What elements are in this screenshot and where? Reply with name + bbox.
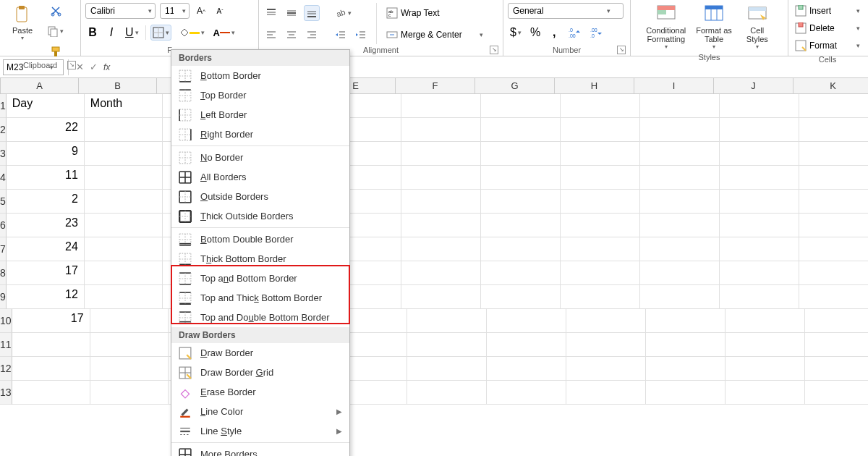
increase-decimal-button[interactable]: .0.00 — [566, 25, 583, 41]
cell[interactable] — [561, 142, 640, 166]
increase-indent-button[interactable] — [353, 27, 369, 43]
menu-item-draw[interactable]: Line Color▶ — [171, 402, 349, 421]
cell[interactable] — [726, 357, 805, 381]
menu-item-draw[interactable]: Line Style▶ — [171, 421, 349, 441]
column-header[interactable]: I — [634, 78, 714, 93]
cell[interactable]: 17 — [7, 261, 85, 285]
cell[interactable]: 11 — [7, 166, 85, 190]
align-center-button[interactable] — [284, 27, 299, 43]
cell[interactable] — [481, 214, 561, 237]
cell[interactable] — [640, 166, 720, 190]
cell[interactable] — [646, 333, 726, 357]
cell[interactable] — [85, 237, 163, 261]
cell[interactable] — [481, 142, 561, 166]
cell[interactable]: 17 — [12, 309, 90, 333]
format-painter-button[interactable] — [45, 43, 66, 59]
cell[interactable] — [726, 333, 805, 357]
cell[interactable] — [90, 309, 169, 333]
decrease-decimal-button[interactable]: .00.0 — [587, 25, 605, 41]
cell[interactable] — [799, 261, 868, 285]
column-header[interactable]: B — [79, 78, 157, 93]
cell[interactable] — [85, 214, 163, 237]
cell[interactable] — [12, 357, 90, 381]
cell[interactable] — [85, 142, 163, 166]
cell[interactable] — [85, 261, 163, 285]
cell[interactable] — [805, 309, 868, 333]
cell[interactable] — [799, 166, 868, 190]
cell[interactable] — [481, 261, 561, 285]
cell[interactable] — [566, 381, 646, 405]
cell[interactable] — [720, 94, 799, 118]
menu-item-border[interactable]: Outside Borders — [171, 187, 349, 206]
cell[interactable]: Day — [7, 94, 85, 118]
cell[interactable]: 9 — [7, 142, 85, 166]
cell[interactable] — [401, 237, 481, 261]
cell[interactable] — [646, 309, 726, 333]
cell[interactable] — [401, 214, 481, 237]
underline-button[interactable]: U▾ — [123, 25, 141, 41]
column-header[interactable]: F — [396, 78, 475, 93]
align-middle-button[interactable] — [284, 5, 299, 21]
cell[interactable] — [481, 237, 561, 261]
cell[interactable] — [561, 261, 640, 285]
menu-item-border[interactable]: No Border — [171, 148, 349, 167]
italic-button[interactable]: I — [104, 25, 119, 41]
cell[interactable] — [85, 166, 163, 190]
align-right-button[interactable] — [304, 27, 320, 43]
cell[interactable] — [640, 94, 720, 118]
cell[interactable]: 12 — [7, 285, 85, 309]
cell[interactable] — [407, 381, 487, 405]
cell[interactable] — [561, 190, 640, 214]
row-header[interactable]: 10 — [0, 309, 12, 333]
number-format-combo[interactable]: ▾ — [508, 3, 624, 19]
cell[interactable] — [487, 381, 566, 405]
cell[interactable] — [799, 190, 868, 214]
cell[interactable] — [12, 381, 90, 405]
cell[interactable] — [720, 285, 799, 309]
row-header[interactable]: 3 — [0, 142, 7, 166]
cell[interactable] — [481, 94, 561, 118]
cell[interactable] — [566, 357, 646, 381]
cell[interactable] — [566, 333, 646, 357]
cell[interactable] — [640, 190, 720, 214]
menu-item-border[interactable]: Top and Double Bottom Border — [171, 308, 349, 327]
cell[interactable] — [85, 118, 163, 142]
row-header[interactable]: 2 — [0, 118, 7, 142]
font-name-input[interactable] — [86, 6, 144, 16]
select-all-corner[interactable] — [0, 78, 1, 93]
menu-item-draw[interactable]: Draw Border — [171, 343, 349, 363]
bold-button[interactable]: B — [85, 25, 100, 41]
merge-center-button[interactable]: Merge & Center▾ — [384, 27, 485, 43]
format-as-table-button[interactable]: Format as Table▾ — [693, 3, 735, 51]
shrink-font-button[interactable]: Aˇ — [213, 3, 227, 19]
cell[interactable] — [640, 285, 720, 309]
cell[interactable] — [799, 285, 868, 309]
cell[interactable]: 24 — [7, 237, 85, 261]
align-left-button[interactable] — [263, 27, 279, 43]
number-format-input[interactable] — [509, 6, 603, 16]
delete-cells-button[interactable]: Delete▾ — [793, 20, 862, 36]
font-size-combo[interactable]: ▾ — [160, 3, 190, 19]
cell[interactable] — [401, 285, 481, 309]
cell[interactable] — [481, 285, 561, 309]
insert-function-button[interactable]: fx — [101, 62, 113, 72]
grow-font-button[interactable]: A^ — [194, 3, 208, 19]
cell[interactable] — [561, 118, 640, 142]
cell[interactable] — [481, 118, 561, 142]
cell[interactable] — [407, 333, 487, 357]
cell[interactable] — [805, 333, 868, 357]
menu-item-border[interactable]: Bottom Double Border — [171, 229, 349, 249]
alignment-launcher[interactable]: ↘ — [490, 46, 498, 54]
cell[interactable] — [481, 190, 561, 214]
cell[interactable] — [720, 190, 799, 214]
font-size-input[interactable] — [161, 6, 178, 16]
menu-item-draw[interactable]: Erase Border — [171, 382, 349, 402]
cell[interactable]: 2 — [7, 190, 85, 214]
cell[interactable] — [407, 357, 487, 381]
align-top-button[interactable] — [263, 5, 279, 21]
copy-button[interactable]: ▾ — [45, 23, 66, 39]
orientation-button[interactable]: ab▾ — [333, 5, 354, 21]
cell[interactable]: Month — [85, 94, 163, 118]
cell[interactable] — [561, 285, 640, 309]
column-header[interactable]: J — [714, 78, 793, 93]
